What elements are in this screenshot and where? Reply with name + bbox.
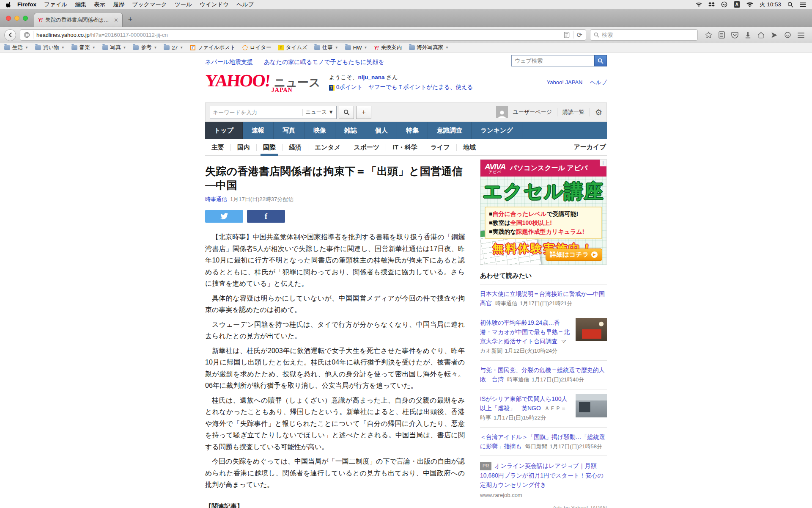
menubar-item-tools[interactable]: ツール [171,1,196,8]
bookmark-folder-work[interactable]: 仕事▼ [314,44,338,51]
home-icon[interactable] [757,32,765,39]
bookmark-folder-photo[interactable]: 写真▼ [102,44,126,51]
add-keyword-button[interactable]: + [356,106,371,119]
banner-link-nepal[interactable]: ネパール地震支援 [205,58,253,65]
subnav-entertainment[interactable]: エンタメ [308,139,347,155]
help-link[interactable]: ヘルプ [590,79,607,86]
subnav-main[interactable]: 主要 [205,139,230,155]
subnav-life[interactable]: ライフ [424,139,456,155]
bookmark-reuters[interactable]: ロイター [242,44,272,51]
sidebar-article-link[interactable]: 初体験の平均年齢19.24歳…香港・マカオが中国で最も早熟＝北京大学と婚活サイト… [480,319,570,345]
dropbox-icon[interactable] [708,2,715,8]
article-thumbnail[interactable] [576,394,607,417]
points-link[interactable]: 0ポイント [336,84,363,90]
downloads-icon[interactable] [745,32,751,39]
creative-cloud-icon[interactable] [721,1,727,8]
bookmark-folder-music[interactable]: 音楽▼ [71,44,96,51]
subnav-economy[interactable]: 経済 [283,139,308,155]
menubar-item-view[interactable]: 表示 [90,1,109,8]
browser-search-input[interactable] [602,32,694,38]
menu-hamburger-icon[interactable] [798,32,804,38]
menubar-item-edit[interactable]: 編集 [71,1,90,8]
menubar-item-window[interactable]: ウインドウ [196,1,233,8]
aviva-ad-banner[interactable]: AViVAアビバ パソコンスクール アビバ i エクセル講座 ■自分に合ったレベ… [480,159,607,265]
wifi-icon[interactable] [746,2,753,7]
bookmarks-menu-icon[interactable] [719,31,725,39]
subnav-it-science[interactable]: IT・科学 [386,139,423,155]
times-favicon: т [278,45,284,50]
new-tab-button[interactable]: + [123,13,138,27]
nav-tab-photo[interactable]: 写真 [274,122,304,139]
facebook-share-button[interactable]: f [247,210,285,223]
url-bar[interactable]: headlines.yahoo.co.jp/hl?a=20160117-0000… [20,29,586,41]
reader-mode-icon[interactable] [564,32,570,38]
keyword-search-box[interactable]: ニュース ▼ [210,106,337,119]
bookmark-folder-reference[interactable]: 参考▼ [133,44,157,51]
nav-tab-video[interactable]: 映像 [304,122,335,139]
nav-tab-magazine[interactable]: 雑誌 [335,122,366,139]
share-icon[interactable] [771,32,778,39]
gear-icon[interactable]: ⚙ [595,108,602,117]
back-button[interactable] [4,29,16,41]
archive-link[interactable]: アーカイブ [574,143,607,151]
browser-tab[interactable]: Y! 失踪の香港書店関係者は拘... ✕ [34,13,123,27]
banner-link-charity[interactable]: あなたの家に眠るモノで子どもたちに笑顔を [264,58,384,65]
nav-tab-top[interactable]: トップ [205,122,243,139]
user-page-link[interactable]: ユーザーページ [513,108,552,116]
pocket-icon[interactable] [731,32,738,39]
pr-ad-link[interactable]: オンライン英会話はレアジョブ｜月額10,680円プランが初月1円でスタート！安心… [480,462,604,488]
menubar-item-file[interactable]: ファイル [40,1,71,8]
yahoo-news-logo[interactable]: YAHOO! JAPAN ニュース [205,72,321,89]
menubar-item-firefox[interactable]: Firefox [14,1,40,8]
signal-icon[interactable] [696,2,702,7]
bookmark-star-icon[interactable] [705,31,712,39]
source-link[interactable]: 時事通信 [205,196,227,202]
username-link[interactable]: niju_nana [358,74,384,80]
spotlight-search-icon[interactable] [787,2,793,8]
twitter-share-button[interactable] [205,210,243,223]
tpoint-promo-link[interactable]: ヤフーでもＴポイントがたまる、使える [368,84,473,90]
menubar-item-help[interactable]: ヘルプ [233,1,258,8]
reload-icon[interactable]: ⟳ [577,31,582,39]
window-zoom-button[interactable] [23,16,28,21]
keyword-search-input[interactable] [213,109,302,116]
nav-tab-ranking[interactable]: ランキング [472,122,522,139]
ad-info-icon[interactable]: i [600,160,606,166]
bookmark-folder-27[interactable]: 27▼ [164,45,183,51]
nav-tab-feature[interactable]: 特集 [397,122,428,139]
ad-detail-button[interactable]: 詳細はコチラ▶ [546,248,602,261]
bookmark-folder-hw[interactable]: HW▼ [345,45,368,51]
nav-tab-personal[interactable]: 個人 [366,122,397,139]
nav-tab-poll[interactable]: 意識調査 [428,122,472,139]
subnav-international[interactable]: 国際 [257,139,282,155]
bookmark-folder-shopping[interactable]: 買い物▼ [35,44,65,51]
bookmark-transit[interactable]: Y!乗換案内 [374,44,402,51]
menubar-item-bookmarks[interactable]: ブックマーク [128,1,171,8]
web-search-button[interactable] [594,55,607,66]
subnav-region[interactable]: 地域 [457,139,482,155]
notification-center-icon[interactable] [800,2,806,7]
bookmark-filepost[interactable]: Fファイルポスト [190,44,236,51]
subscriptions-link[interactable]: 購読一覧 [562,108,584,116]
article-thumbnail[interactable] [576,318,607,341]
subnav-sports[interactable]: スポーツ [347,139,386,155]
input-source-icon[interactable]: A [734,1,740,8]
browser-search-box[interactable] [590,29,698,41]
apple-menu-icon[interactable] [6,1,12,8]
yahoo-japan-link[interactable]: Yahoo! JAPAN [547,79,583,86]
news-search-button[interactable] [339,106,354,119]
web-search-input[interactable] [511,55,594,66]
avatar[interactable] [496,106,508,118]
window-close-button[interactable] [6,16,11,21]
nav-tab-flash[interactable]: 速報 [243,122,274,139]
bookmark-folder-life[interactable]: 生活▼ [4,44,28,51]
bookmark-times[interactable]: тタイムズ [278,44,307,51]
hello-chat-icon[interactable] [784,32,791,39]
menubar-clock[interactable]: 火 10:53 [760,1,781,8]
search-scope-dropdown[interactable]: ニュース ▼ [302,109,334,116]
bookmark-folder-overseas-photographers[interactable]: 海外写真家▼ [409,44,449,51]
subnav-domestic[interactable]: 国内 [231,139,256,155]
menubar-item-history[interactable]: 履歴 [109,1,128,8]
tab-close-icon[interactable]: ✕ [114,17,118,23]
window-minimize-button[interactable] [14,16,19,21]
